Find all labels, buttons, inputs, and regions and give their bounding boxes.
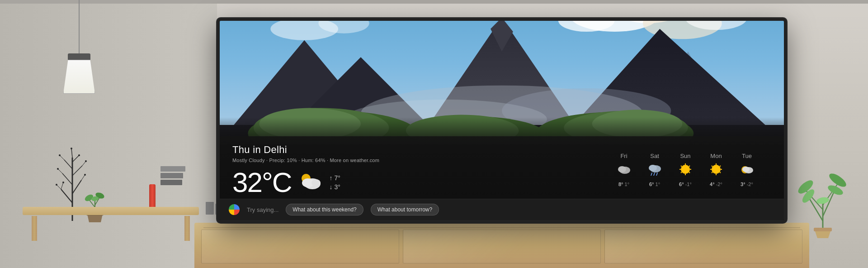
svg-line-97 [720, 172, 721, 173]
forecast-icon-fri [617, 163, 631, 177]
weather-left: Thu in Delhi Mostly Cloudy · Precip: 10%… [232, 144, 379, 196]
forecast-day-name-mon: Mon [710, 153, 722, 159]
forecast-day-sat: Sat [639, 153, 670, 188]
svg-line-8 [57, 185, 61, 189]
svg-point-69 [592, 110, 683, 138]
weather-subtitle: Mostly Cloudy · Precip: 10% · Hum: 64% ·… [232, 158, 379, 163]
forecast-icon-tue [740, 163, 754, 177]
temp-high: ↑ 7° [330, 174, 340, 182]
forecast-icon-mon [709, 163, 723, 177]
forecast-temps-sun: 6° -1° [679, 181, 692, 188]
forecast-temps-fri: 8° 1° [618, 181, 629, 188]
forecast-temps-tue: 3° -2° [741, 181, 753, 188]
svg-rect-41 [814, 228, 832, 231]
forecast-day-name-fri: Fri [620, 153, 627, 159]
svg-line-5 [64, 160, 72, 169]
svg-point-19 [59, 154, 61, 156]
credenza-body [194, 223, 809, 268]
right-plant [796, 167, 850, 241]
tv-container: Thu in Delhi Mostly Cloudy · Precip: 10%… [217, 18, 787, 223]
temperature-display: 32°C [232, 168, 292, 196]
svg-line-90 [681, 172, 682, 173]
weather-center: 32°C [232, 168, 379, 196]
forecast-day-sun: Sun [670, 153, 701, 188]
side-table-top [23, 207, 199, 215]
google-assistant-icon [229, 204, 240, 215]
svg-line-11 [58, 169, 62, 173]
svg-line-32 [823, 191, 834, 216]
side-table-leg-right [184, 216, 190, 241]
landscape-image [220, 21, 784, 144]
svg-line-1 [61, 189, 72, 203]
weather-panel: Thu in Delhi Mostly Cloudy · Precip: 10%… [220, 136, 784, 220]
svg-line-98 [720, 166, 721, 167]
svg-line-2 [72, 180, 81, 194]
forecast-temps-mon: 4° -2° [710, 181, 722, 188]
weather-row: Thu in Delhi Mostly Cloudy · Precip: 10%… [232, 144, 771, 196]
lamp-cord [79, 0, 80, 54]
weather-icon-main [296, 169, 323, 196]
forecast-day-mon: Mon [701, 153, 731, 188]
forecast-temps-sat: 6° 1° [649, 181, 660, 188]
svg-point-17 [57, 168, 59, 170]
book-3 [160, 180, 182, 185]
weather-content: Thu in Delhi Mostly Cloudy · Precip: 10%… [220, 136, 784, 199]
svg-line-7 [71, 148, 72, 158]
svg-point-64 [259, 108, 361, 140]
book-1 [160, 166, 185, 172]
forecast-day-tue: Tue 3° -2° [731, 153, 762, 188]
svg-line-13 [60, 155, 64, 160]
svg-point-14 [56, 184, 57, 186]
tv-screen: Thu in Delhi Mostly Cloudy · Precip: 10%… [220, 21, 784, 220]
svg-line-81 [656, 173, 657, 176]
forecast-day-name-tue: Tue [742, 153, 752, 159]
svg-point-15 [62, 182, 64, 183]
svg-line-6 [72, 155, 79, 162]
svg-point-16 [84, 174, 86, 176]
red-vase [149, 184, 156, 209]
side-table [23, 207, 199, 243]
svg-point-91 [712, 165, 721, 174]
svg-point-21 [78, 154, 80, 156]
svg-line-80 [654, 173, 655, 176]
forecast-container: Fri 8° 1° [609, 153, 771, 188]
credenza-doors [194, 230, 809, 263]
tv-frame: Thu in Delhi Mostly Cloudy · Precip: 10%… [217, 18, 787, 223]
suggestion-weekend[interactable]: What about this weekend? [286, 204, 363, 215]
credenza-door-2 [403, 230, 601, 263]
suggestion-tomorrow[interactable]: What about tomorrow? [371, 204, 439, 215]
svg-point-76 [618, 166, 626, 172]
assistant-bar: Try saying... What about this weekend? W… [220, 199, 784, 220]
weather-location: Thu in Delhi [232, 144, 379, 156]
forecast-day-name-sun: Sun [680, 153, 690, 159]
svg-line-4 [72, 166, 82, 176]
forecast-day-fri: Fri 8° 1° [609, 153, 639, 188]
svg-point-78 [649, 165, 657, 171]
side-table-leg-left [32, 216, 37, 241]
lamp-top [68, 53, 90, 60]
svg-point-20 [71, 148, 72, 149]
temp-range: ↑ 7° ↓ 3° [330, 174, 340, 191]
side-table-legs [23, 216, 199, 241]
pendant-lamp [63, 0, 95, 94]
svg-line-10 [81, 175, 85, 180]
svg-line-87 [681, 166, 682, 167]
forecast-day-name-sat: Sat [650, 153, 659, 159]
credenza-door-3 [604, 230, 802, 263]
forecast-icon-sat [647, 163, 662, 177]
svg-line-79 [651, 173, 652, 176]
svg-line-88 [689, 172, 690, 173]
svg-line-99 [712, 172, 712, 173]
book-2 [160, 173, 183, 178]
books-stack [160, 166, 185, 185]
svg-point-74 [311, 179, 321, 187]
credenza-book-1 [206, 202, 214, 215]
svg-point-82 [681, 165, 690, 174]
svg-point-18 [85, 160, 87, 162]
svg-line-96 [712, 166, 712, 167]
temp-low: ↓ 3° [330, 183, 340, 191]
credenza-door-1 [201, 230, 399, 263]
svg-line-89 [689, 166, 690, 167]
lamp-shade [63, 60, 95, 94]
svg-point-102 [742, 167, 750, 172]
